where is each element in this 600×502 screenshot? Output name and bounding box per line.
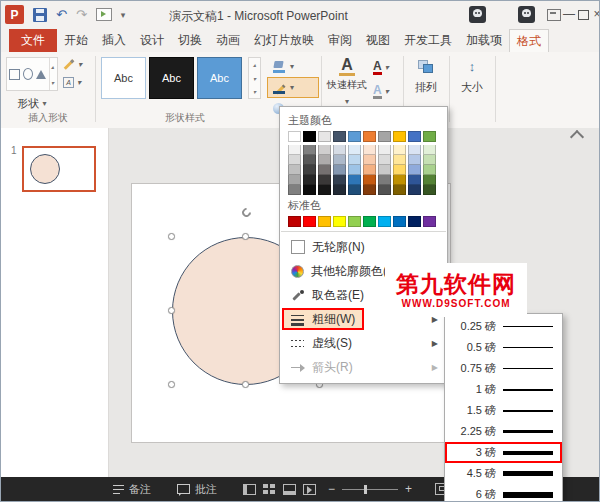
resize-handle[interactable] bbox=[168, 233, 175, 240]
shape-style-swatch[interactable]: Abc bbox=[149, 57, 194, 99]
color-swatch[interactable] bbox=[348, 175, 361, 185]
size-button[interactable]: 大小 bbox=[451, 60, 493, 95]
gallery-up-icon[interactable]: ▴ bbox=[253, 61, 256, 68]
color-swatch[interactable] bbox=[288, 216, 301, 227]
comments-button[interactable]: 批注 bbox=[177, 482, 217, 497]
shapes-dropdown-button[interactable]: 形状 ▾ bbox=[6, 94, 58, 112]
color-swatch[interactable] bbox=[408, 131, 421, 142]
ribbon-tab[interactable]: 切换 bbox=[171, 29, 209, 52]
ribbon-tab[interactable]: 开始 bbox=[57, 29, 95, 52]
redo-icon[interactable]: ↷ bbox=[76, 8, 87, 22]
gallery-up-icon[interactable]: ▴ bbox=[51, 63, 54, 70]
color-swatch[interactable] bbox=[303, 145, 316, 155]
rotation-handle-icon[interactable] bbox=[240, 206, 253, 219]
resize-handle[interactable] bbox=[242, 381, 249, 388]
weight-option[interactable]: 1 磅 bbox=[445, 379, 562, 400]
color-swatch[interactable] bbox=[348, 145, 361, 155]
gallery-scroll[interactable]: ▴ ▾ ▾ bbox=[248, 57, 261, 99]
weight-option[interactable]: 0.75 磅 bbox=[445, 358, 562, 379]
color-swatch[interactable] bbox=[333, 145, 346, 155]
undo-icon[interactable]: ↶ bbox=[56, 8, 67, 22]
color-swatch[interactable] bbox=[393, 131, 406, 142]
color-swatch[interactable] bbox=[303, 131, 316, 142]
color-swatch[interactable] bbox=[423, 131, 436, 142]
slide-thumbnail[interactable] bbox=[22, 146, 96, 192]
color-swatch[interactable] bbox=[408, 165, 421, 175]
weight-option[interactable]: 4.5 磅 bbox=[445, 463, 562, 484]
color-swatch[interactable] bbox=[393, 175, 406, 185]
color-swatch[interactable] bbox=[348, 165, 361, 175]
shape-style-swatch[interactable]: Abc bbox=[197, 57, 242, 99]
color-swatch[interactable] bbox=[423, 165, 436, 175]
text-fill-button[interactable]: A▾ bbox=[373, 60, 389, 75]
customize-qat-icon[interactable]: ▾ bbox=[121, 10, 126, 20]
color-swatch[interactable] bbox=[363, 155, 376, 165]
color-swatch[interactable] bbox=[423, 175, 436, 185]
weight-option[interactable]: 2.25 磅 bbox=[445, 421, 562, 442]
color-swatch[interactable] bbox=[423, 185, 436, 195]
color-swatch[interactable] bbox=[333, 185, 346, 195]
color-swatch[interactable] bbox=[348, 131, 361, 142]
weight-option[interactable]: 3 磅 bbox=[445, 442, 562, 463]
color-swatch[interactable] bbox=[333, 155, 346, 165]
color-swatch[interactable] bbox=[408, 155, 421, 165]
restore-button[interactable] bbox=[578, 10, 589, 20]
shape-style-swatch[interactable]: Abc bbox=[101, 57, 146, 99]
color-swatch[interactable] bbox=[393, 185, 406, 195]
resize-handle[interactable] bbox=[168, 381, 175, 388]
color-swatch[interactable] bbox=[408, 145, 421, 155]
save-icon[interactable] bbox=[33, 8, 47, 22]
tab-file[interactable]: 文件 bbox=[9, 29, 57, 52]
color-swatch[interactable] bbox=[423, 216, 436, 227]
color-swatch[interactable] bbox=[318, 216, 331, 227]
color-swatch[interactable] bbox=[378, 131, 391, 142]
skull-icon[interactable] bbox=[469, 6, 486, 23]
color-swatch[interactable] bbox=[318, 165, 331, 175]
menu-item-no-outline[interactable]: 无轮廓(N) bbox=[280, 235, 447, 259]
color-swatch[interactable] bbox=[393, 155, 406, 165]
zoom-slider[interactable] bbox=[342, 489, 398, 490]
zoom-out-icon[interactable]: − bbox=[328, 483, 335, 495]
ribbon-tab[interactable]: 插入 bbox=[95, 29, 133, 52]
color-swatch[interactable] bbox=[363, 175, 376, 185]
slideshow-view-icon[interactable] bbox=[303, 484, 316, 495]
resize-handle[interactable] bbox=[242, 233, 249, 240]
color-swatch[interactable] bbox=[318, 145, 331, 155]
color-swatch[interactable] bbox=[333, 216, 346, 227]
shape-fill-button[interactable]: ▾ bbox=[267, 56, 319, 77]
color-swatch[interactable] bbox=[318, 131, 331, 142]
color-swatch[interactable] bbox=[288, 175, 301, 185]
ribbon-tab[interactable]: 视图 bbox=[359, 29, 397, 52]
color-swatch[interactable] bbox=[348, 185, 361, 195]
ribbon-tab[interactable]: 动画 bbox=[209, 29, 247, 52]
color-swatch[interactable] bbox=[333, 165, 346, 175]
color-swatch[interactable] bbox=[333, 131, 346, 142]
arrange-button[interactable]: 排列 bbox=[405, 60, 447, 95]
color-swatch[interactable] bbox=[303, 216, 316, 227]
color-swatch[interactable] bbox=[348, 155, 361, 165]
zoom-in-icon[interactable]: + bbox=[405, 483, 412, 495]
color-swatch[interactable] bbox=[408, 185, 421, 195]
weight-option[interactable]: 0.25 磅 bbox=[445, 316, 562, 337]
resize-handle[interactable] bbox=[168, 307, 175, 314]
text-box-button[interactable]: ▾ bbox=[63, 77, 82, 88]
weight-option[interactable]: 0.5 磅 bbox=[445, 337, 562, 358]
color-swatch[interactable] bbox=[378, 165, 391, 175]
rectangle-shape-icon[interactable] bbox=[9, 69, 20, 80]
ribbon-tab[interactable]: 加载项 bbox=[459, 29, 509, 52]
color-swatch[interactable] bbox=[393, 165, 406, 175]
color-swatch[interactable] bbox=[318, 175, 331, 185]
triangle-shape-icon[interactable] bbox=[36, 70, 46, 79]
shape-outline-button[interactable]: ▾ bbox=[267, 77, 319, 98]
minimize-button[interactable]: — bbox=[562, 7, 576, 21]
color-swatch[interactable] bbox=[408, 216, 421, 227]
shape-gallery[interactable]: ▴ ▾ bbox=[6, 57, 58, 91]
color-swatch[interactable] bbox=[378, 185, 391, 195]
close-button[interactable]: × bbox=[590, 7, 600, 21]
oval-shape-icon[interactable] bbox=[23, 68, 33, 80]
ribbon-display-options-icon[interactable] bbox=[547, 9, 561, 21]
color-swatch[interactable] bbox=[303, 165, 316, 175]
ribbon-tab[interactable]: 格式 bbox=[509, 29, 549, 52]
normal-view-icon[interactable] bbox=[243, 484, 256, 495]
color-swatch[interactable] bbox=[318, 155, 331, 165]
